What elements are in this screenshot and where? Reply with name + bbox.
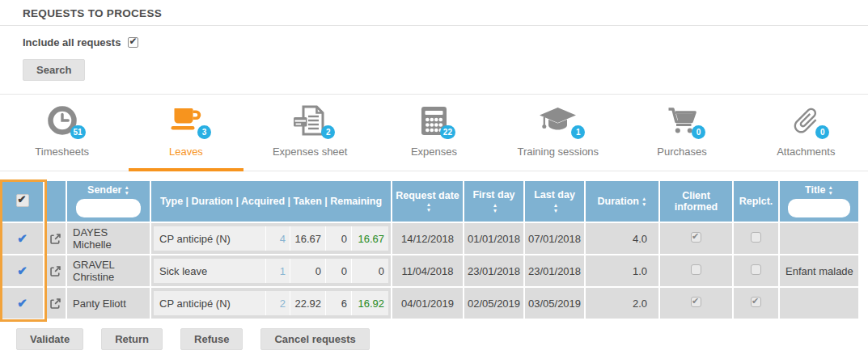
tab-purchases[interactable]: 0 Purchases [620,95,743,171]
duration-units: 1 [265,259,290,283]
active-tab-underline [129,168,243,171]
table-row: GRAVEL Christine Sick leave 1 0 0 0 11/0… [2,255,858,286]
sort-icon[interactable] [553,202,558,213]
open-request-icon[interactable] [49,265,61,277]
tab-label: Expenses sheet [273,146,348,158]
last-day-cell: 03/05/2019 [525,288,584,319]
leave-type: Sick leave [154,259,265,283]
duration-cell: 1.0 [586,255,658,286]
replacement-checkbox [751,264,761,275]
type-header: Type | Duration | Acquired | Taken | Rem… [151,181,391,222]
request-date-cell: 11/04/2018 [392,255,463,286]
row-select-check[interactable] [17,296,28,310]
row-select-check[interactable] [17,264,28,278]
open-request-icon[interactable] [49,233,61,245]
title-cell [780,223,858,254]
select-all-checkbox[interactable] [16,194,29,207]
remaining-value: 16.67 [351,226,388,251]
sort-icon[interactable] [426,201,431,213]
open-request-cell[interactable] [44,223,66,254]
acquired-value: 16.67 [290,226,325,251]
include-all-checkbox[interactable] [128,37,138,48]
sender-header: Sender [67,181,150,222]
open-column-header [44,181,66,222]
row-select-check[interactable] [17,231,28,246]
acquired-value: 22.92 [290,291,325,315]
client-informed-checkbox [691,297,701,307]
table-row: DAYES Michelle CP anticipé (N) 4 16.67 0… [2,223,858,254]
sender-cell: DAYES Michelle [67,223,150,254]
cancel-requests-button[interactable]: Cancel requests [260,328,369,350]
sort-icon[interactable] [493,202,498,213]
tab-badge: 3 [197,125,211,139]
search-button[interactable]: Search [23,59,85,81]
last-day-cell: 07/01/2018 [525,223,584,254]
tab-label: Expenses [411,146,457,158]
tab-badge: 51 [70,125,86,139]
table-row: Panty Eliott CP anticipé (N) 2 22.92 6 1… [2,288,858,319]
client-informed-checkbox [691,264,701,275]
validate-button[interactable]: Validate [16,328,83,350]
action-bar: Validate Return Refuse Cancel requests [16,328,868,350]
open-request-icon[interactable] [49,298,61,310]
replacement-checkbox [751,297,761,307]
type-cell: CP anticipé (N) 2 22.92 6 16.92 [151,288,391,319]
tab-leaves[interactable]: 3 Leaves [124,95,248,171]
tab-label: Attachments [777,146,835,158]
first-day-cell: 02/05/2019 [464,288,523,319]
sort-icon[interactable] [641,196,646,207]
request-date-cell: 14/12/2018 [392,223,463,254]
acquired-value: 0 [290,259,325,283]
remaining-value: 0 [351,259,388,283]
leave-type: CP anticipé (N) [154,226,265,251]
remaining-value: 16.92 [351,291,388,315]
title-cell [780,288,858,319]
tab-label: Timesheets [35,146,89,158]
page-title: REQUESTS TO PROCESS [0,0,868,19]
title-filter-input[interactable] [788,199,850,217]
tab-timesheets[interactable]: 51 Timesheets [0,95,124,171]
filter-row: Include all requests [23,36,868,49]
tab-expenses-sheet[interactable]: 2 Expenses sheet [248,95,372,171]
client-informed-header: Client informed [660,181,732,222]
type-cell: Sick leave 1 0 0 0 [151,255,391,286]
tab-attachments[interactable]: 0 Attachments [744,95,868,171]
title-cell: Enfant malade [780,255,858,286]
tab-expenses[interactable]: 22 Expenses [372,95,496,171]
refuse-button[interactable]: Refuse [180,328,243,350]
tab-badge: 0 [815,125,829,139]
replacement-header: Replct. [734,181,778,222]
open-request-cell[interactable] [44,288,66,319]
request-date-cell: 04/01/2019 [392,288,463,319]
table-header-row: Sender Type | Duration | Acquired | Take… [2,181,858,222]
sort-icon[interactable] [828,184,833,196]
replacement-checkbox [751,232,761,243]
type-cell: CP anticipé (N) 4 16.67 0 16.67 [151,223,391,254]
include-all-label: Include all requests [23,36,121,49]
last-day-header[interactable]: Last day [525,181,584,222]
first-day-cell: 23/01/2018 [464,255,523,286]
tab-badge: 2 [321,125,335,139]
taken-value: 0 [325,226,351,251]
first-day-cell: 01/01/2018 [464,223,523,254]
first-day-header[interactable]: First day [464,181,523,222]
leave-type: CP anticipé (N) [154,291,265,315]
sender-filter-input[interactable] [76,199,142,217]
open-request-cell[interactable] [44,255,66,286]
duration-cell: 4.0 [586,223,658,254]
duration-header[interactable]: Duration [586,181,658,222]
request-date-header[interactable]: Request date [392,181,463,222]
sort-icon[interactable] [124,184,129,196]
taken-value: 6 [325,291,351,315]
client-informed-checkbox [691,232,701,243]
sender-cell: GRAVEL Christine [67,255,150,286]
divider [0,25,868,26]
tab-label: Training sessions [517,146,599,158]
duration-units: 4 [265,226,290,251]
tab-badge: 1 [571,125,585,139]
tab-label: Purchases [657,146,706,158]
tab-training-sessions[interactable]: 1 Training sessions [496,95,620,171]
duration-cell: 2.0 [586,288,658,319]
sender-cell: Panty Eliott [67,288,150,319]
return-button[interactable]: Return [101,328,163,350]
